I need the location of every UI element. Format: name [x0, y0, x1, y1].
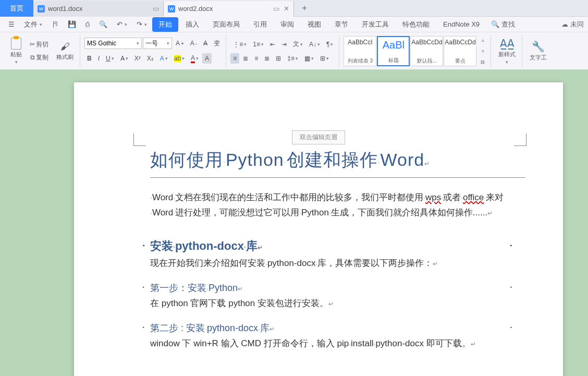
styles-up-icon[interactable]: ▵: [479, 36, 487, 44]
align-right-button[interactable]: ≡: [252, 53, 261, 64]
styles-down-icon[interactable]: ▿: [479, 47, 487, 55]
doc-paragraph-1[interactable]: ·Word·文档在我们现在的生活和工作中都用的比较多，我们平时都使用·wps·或…: [150, 190, 525, 221]
wrench-icon: 🔧: [532, 40, 545, 53]
menu-redo[interactable]: ↷▾: [132, 18, 151, 30]
strikethrough-button[interactable]: A̵▾: [118, 53, 131, 64]
subscript-button[interactable]: X₂: [144, 53, 156, 64]
menu-tab-endnote[interactable]: EndNote X9: [437, 18, 486, 31]
tab-doc-2-label: word2.docx: [178, 5, 213, 13]
font-size-select[interactable]: 一号▾: [143, 38, 172, 49]
new-style-icon: A̲A̲: [500, 37, 514, 50]
text-effects-button[interactable]: A▾: [157, 53, 170, 64]
style-item-1[interactable]: AaBl 标题: [377, 36, 410, 66]
search-icon: 🔍: [491, 20, 499, 28]
underline-button[interactable]: U▾: [103, 53, 117, 64]
align-center-button[interactable]: ≣: [240, 53, 251, 64]
menu-tab-start[interactable]: 开始: [152, 17, 178, 32]
superscript-button[interactable]: X²: [132, 53, 143, 64]
paste-icon: [11, 38, 21, 50]
align-justify-button[interactable]: ≣: [262, 53, 272, 64]
doc-h2-1-text[interactable]: 现在开始我们来介绍如何安装·python-docx·库，具体需要以下两步操作：↵: [150, 257, 525, 269]
text-direction-button[interactable]: 文▾: [290, 38, 305, 50]
paste-button[interactable]: 粘贴▾: [7, 35, 25, 67]
menu-hamburger-icon[interactable]: ☰: [4, 18, 19, 30]
document-page: 双击编辑页眉 如何使用·Python·创建和操作·Word↵ ·Word·文档在…: [74, 82, 563, 376]
increase-font-button[interactable]: A+: [173, 38, 187, 48]
new-style-button[interactable]: A̲A̲ 新样式▾: [495, 35, 519, 67]
phonetic-button[interactable]: 变: [211, 38, 223, 50]
highlight-button[interactable]: ab▾: [172, 53, 187, 64]
menu-tab-reference[interactable]: 引用: [247, 17, 273, 32]
line-spacing-button[interactable]: ‡≡▾: [285, 53, 301, 64]
increase-indent-button[interactable]: ⇥: [279, 39, 289, 50]
menu-dropdown-icon[interactable]: 卪: [47, 18, 63, 31]
tab-window-icon[interactable]: ▭: [153, 5, 159, 13]
menu-preview-icon[interactable]: 🔍: [95, 18, 112, 30]
styles-expand-icon[interactable]: ⊟: [478, 58, 487, 66]
header-edit-hint[interactable]: 双击编辑页眉: [292, 130, 345, 144]
bullet-list-button[interactable]: ⋮≡▾: [230, 39, 249, 50]
cloud-icon: ☁: [561, 20, 568, 28]
style-item-3[interactable]: AaBbCcDd 要点: [444, 36, 476, 66]
format-painter-icon: 🖌: [60, 41, 70, 52]
ribbon-styles-group: AaBbCcI 列表续表 3 AaBl 标题 AaBbCcDd 默认段... A…: [340, 34, 491, 67]
doc-heading-2-1[interactable]: 安装·python-docx·库↵: [150, 238, 525, 254]
distribute-button[interactable]: ⊞: [273, 53, 284, 64]
word-doc-icon: W: [38, 5, 45, 13]
doc-heading-3-2[interactable]: 第二步 : 安装·python-docx·库↵: [150, 322, 525, 334]
ribbon-newstyle-group: A̲A̲ 新样式▾: [492, 34, 522, 67]
ribbon-paragraph-group: ⋮≡▾ 1≡▾ ⇤ ⇥ 文▾ A↓▾ ¶▾ ≡ ≣ ≡ ≣ ⊞ ‡≡▾ ▦▾ ⊞…: [227, 34, 339, 67]
sort-button[interactable]: A↓▾: [307, 39, 323, 50]
ribbon: 粘贴▾ ✂剪切 ⧉复制 🖌 格式刷 MS Gothic▾ 一号▾ A+ A- A…: [0, 32, 588, 70]
tab-add-button[interactable]: ＋: [294, 3, 315, 14]
text-tool-button[interactable]: 🔧 文字工: [526, 35, 550, 67]
copy-button[interactable]: ⧉复制: [28, 52, 51, 64]
tab-doc-2[interactable]: W word2.docx ▭ ✕: [164, 1, 294, 17]
tab-doc-1-label: word1.docx: [48, 5, 82, 13]
font-color-button[interactable]: A▾: [188, 53, 201, 65]
format-painter-button[interactable]: 🖌 格式刷: [53, 35, 77, 67]
menu-tab-section[interactable]: 章节: [328, 17, 354, 32]
menu-tab-layout[interactable]: 页面布局: [206, 17, 246, 32]
bold-button[interactable]: B: [84, 53, 94, 64]
show-marks-button[interactable]: ¶▾: [324, 39, 336, 50]
character-shading-button[interactable]: A: [202, 53, 212, 64]
ribbon-texttool-group: 🔧 文字工: [523, 34, 553, 67]
clear-format-button[interactable]: A̶: [201, 38, 210, 48]
style-item-2[interactable]: AaBbCcDd 默认段...: [410, 36, 443, 66]
borders-button[interactable]: ⊞▾: [317, 53, 332, 64]
font-name-select[interactable]: MS Gothic▾: [84, 38, 142, 49]
tab-bar: 首页 W word1.docx ▭ W word2.docx ▭ ✕ ＋: [0, 0, 588, 17]
doc-h3-2-text[interactable]: window 下 win+R 输入 CMD 打开命令行，输入 pip·insta…: [150, 337, 525, 349]
menu-tab-insert[interactable]: 插入: [179, 17, 205, 32]
tab-doc-1[interactable]: W word1.docx ▭: [33, 1, 164, 17]
tab-window-icon[interactable]: ▭: [273, 5, 279, 13]
menu-file[interactable]: 文件▾: [20, 18, 46, 31]
doc-h3-1-text[interactable]: 在 python 官网下载 python 安装包进行安装。↵: [150, 297, 525, 309]
menu-print-icon[interactable]: ⎙: [81, 18, 94, 30]
menu-tab-review[interactable]: 审阅: [274, 17, 300, 32]
margin-crop-tr: [514, 134, 526, 146]
menu-sync[interactable]: ☁ 未同: [561, 20, 584, 29]
copy-icon: ⧉: [30, 54, 35, 61]
menu-tab-feature[interactable]: 特色功能: [396, 17, 436, 32]
shading-button[interactable]: ▦▾: [302, 53, 316, 64]
decrease-font-button[interactable]: A-: [188, 38, 200, 48]
italic-button[interactable]: I: [95, 53, 102, 64]
menu-search[interactable]: 🔍 查找: [491, 20, 515, 29]
decrease-indent-button[interactable]: ⇤: [267, 39, 278, 50]
style-item-0[interactable]: AaBbCcI 列表续表 3: [344, 36, 376, 66]
number-list-button[interactable]: 1≡▾: [250, 39, 266, 50]
document-canvas[interactable]: 双击编辑页眉 如何使用·Python·创建和操作·Word↵ ·Word·文档在…: [0, 70, 588, 376]
tab-close-icon[interactable]: ✕: [284, 5, 289, 13]
menu-save-icon[interactable]: 💾: [64, 18, 80, 30]
doc-heading-3-1[interactable]: 第一步：安装·Python↵: [150, 282, 525, 294]
menu-tab-dev[interactable]: 开发工具: [356, 17, 395, 32]
menu-undo[interactable]: ↶▾: [113, 18, 131, 30]
tab-home[interactable]: 首页: [0, 0, 33, 17]
margin-crop-tl: [133, 134, 146, 146]
menu-tab-view[interactable]: 视图: [301, 17, 327, 32]
align-left-button[interactable]: ≡: [230, 53, 239, 64]
cut-button[interactable]: ✂剪切: [27, 39, 51, 51]
ribbon-clipboard-group: 粘贴▾ ✂剪切 ⧉复制 🖌 格式刷: [4, 34, 80, 67]
